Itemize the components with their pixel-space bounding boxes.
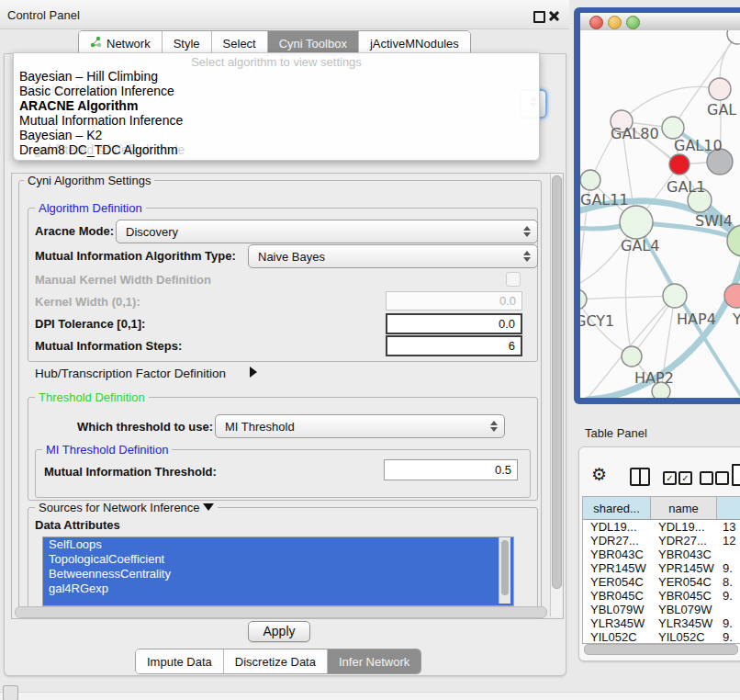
network-node[interactable] xyxy=(669,154,690,175)
table-hscrollbar-thumb[interactable] xyxy=(584,644,738,655)
split-view-icon[interactable] xyxy=(630,468,650,486)
settings-vscrollbar[interactable] xyxy=(550,174,562,616)
table-cell: YIL052C xyxy=(651,630,717,644)
list-scrollbar-thumb[interactable] xyxy=(501,540,509,595)
tab-label: Impute Data xyxy=(147,655,212,669)
aracne-mode-select[interactable]: Discovery xyxy=(116,220,538,243)
mi-threshold-label: Mutual Information Threshold: xyxy=(44,465,217,479)
column-header[interactable]: name xyxy=(651,497,717,519)
network-node[interactable] xyxy=(580,170,600,190)
sources-group-title[interactable]: Sources for Network Inference xyxy=(35,501,218,514)
table-cell: 13 xyxy=(717,520,740,534)
data-attributes-list[interactable]: SelfLoopsTopologicalCoefficientBetweenne… xyxy=(42,536,514,606)
network-node[interactable] xyxy=(663,284,687,308)
algorithm-option-bayesian-k2[interactable]: Bayesian – K2 xyxy=(19,128,183,142)
apply-button[interactable]: Apply xyxy=(248,621,310,642)
table-row[interactable]: YBL079WYBL079W xyxy=(583,603,740,616)
mi-algorithm-type-select[interactable]: Naive Bayes xyxy=(248,244,538,268)
network-graph: GALGAL80GAL10GAL1GAL11SWI4GAL4GCY1HAP4YH… xyxy=(580,30,740,398)
aracne-mode-value: Discovery xyxy=(126,225,522,239)
network-node[interactable] xyxy=(709,78,731,100)
attribute-item-clipped[interactable] xyxy=(43,596,513,606)
table-row[interactable]: YBR045CYBR045C9. xyxy=(583,589,740,603)
unchecked-checkbox-icon[interactable] xyxy=(715,471,729,485)
hub-definition-toggle[interactable]: Hub/Transcription Factor Definition xyxy=(35,367,226,380)
table-row[interactable]: YDR27...YDR27...12 xyxy=(583,534,740,548)
which-threshold-select[interactable]: MI Threshold xyxy=(215,414,505,438)
node-table: shared...name YDL19...YDL19...13YDR27...… xyxy=(582,496,740,644)
unchecked-checkbox-icon[interactable] xyxy=(700,471,713,485)
column-header[interactable]: shared... xyxy=(583,497,651,519)
network-node[interactable] xyxy=(620,206,653,239)
tab-label: jActiveMNodules xyxy=(370,37,459,51)
document-icon[interactable] xyxy=(732,464,740,486)
minimized-panel-icon[interactable] xyxy=(3,685,18,700)
close-icon[interactable] xyxy=(548,10,559,21)
node-label-gal: GAL xyxy=(707,101,736,119)
attribute-item-gal4rgexp[interactable]: gal4RGexp xyxy=(43,581,513,596)
table-cell: 9. xyxy=(717,561,740,575)
network-window-titlebar[interactable] xyxy=(580,13,740,31)
algorithm-option-aracne-algorithm[interactable]: ARACNE Algorithm xyxy=(19,98,183,113)
network-edge[interactable] xyxy=(622,86,720,121)
spinner-icon xyxy=(489,421,499,432)
mi-threshold-input[interactable]: 0.5 xyxy=(384,459,518,480)
screen: Control Panel NetworkStyleSelectCyni Too… xyxy=(0,0,740,700)
kernel-width-value: 0.0 xyxy=(499,294,516,308)
algorithm-option-basic-correlation-inference[interactable]: Basic Correlation Inference xyxy=(19,84,183,98)
minimize-traffic-light[interactable] xyxy=(608,16,622,29)
table-row[interactable]: YBR043CYBR043C xyxy=(583,548,740,561)
close-traffic-light[interactable] xyxy=(589,16,603,29)
table-cell: YDL19... xyxy=(651,520,717,534)
table-row[interactable]: YIL052CYIL052C9. xyxy=(583,630,740,644)
tab-label: Cyni Toolbox xyxy=(279,37,347,51)
attribute-item-selfloops[interactable]: SelfLoops xyxy=(43,537,513,552)
tab-discretize-data[interactable]: Discretize Data xyxy=(224,649,328,673)
table-row[interactable]: YPR145WYPR145W9. xyxy=(583,561,740,575)
algorithm-option-dream8-dc-tdc-algorithm[interactable]: Dream8 DC_TDC Algorithm xyxy=(19,142,183,157)
checked-checkbox-icon[interactable]: ✓ xyxy=(663,471,677,485)
table-row[interactable]: YER054CYER054C8. xyxy=(583,575,740,589)
column-header[interactable] xyxy=(717,497,740,519)
checked-checkbox-icon[interactable]: ✓ xyxy=(678,471,692,485)
table-cell: YDR27... xyxy=(583,534,651,548)
settings-vscrollbar-thumb[interactable] xyxy=(552,175,562,589)
table-row[interactable]: YLR345WYLR345W9. xyxy=(583,616,740,630)
node-label-gal80: GAL80 xyxy=(611,125,659,142)
tab-infer-network[interactable]: Infer Network xyxy=(328,649,420,673)
network-node[interactable] xyxy=(580,289,587,310)
algorithm-dropdown-popup: Select algorithm to view settings Infere… xyxy=(13,52,540,161)
algorithm-option-bayesian-hill-climbing[interactable]: Bayesian – Hill Climbing xyxy=(19,69,183,84)
manual-kernel-width-checkbox[interactable] xyxy=(506,272,521,287)
network-edge[interactable] xyxy=(580,296,675,299)
table-cell: YPR145W xyxy=(651,561,717,575)
bottom-tab-bar: Impute DataDiscretize DataInfer Network xyxy=(135,649,421,674)
tab-impute-data[interactable]: Impute Data xyxy=(136,649,224,673)
network-node[interactable] xyxy=(727,30,740,44)
kernel-width-input[interactable]: 0.0 xyxy=(386,291,522,310)
algorithm-option-mutual-information-inference[interactable]: Mutual Information Inference xyxy=(19,113,183,128)
table-cell: 9. xyxy=(717,616,740,630)
table-row[interactable]: YDL19...YDL19...13 xyxy=(583,520,740,534)
dpi-tolerance-input[interactable]: 0.0 xyxy=(386,313,522,334)
attribute-item-topologicalcoefficient[interactable]: TopologicalCoefficient xyxy=(43,552,513,567)
mi-steps-input[interactable]: 6 xyxy=(386,335,522,356)
mi-threshold-group-title: MI Threshold Definition xyxy=(42,443,172,457)
dpi-tolerance-value: 0.0 xyxy=(499,317,515,331)
zoom-traffic-light[interactable] xyxy=(626,16,640,29)
list-scrollbar[interactable] xyxy=(499,537,510,604)
settings-hscrollbar-thumb[interactable] xyxy=(15,606,547,618)
network-node[interactable] xyxy=(662,117,684,139)
table-header-row: shared...name xyxy=(583,497,740,520)
mi-threshold-value: 0.5 xyxy=(495,463,511,477)
network-canvas[interactable]: GALGAL80GAL10GAL1GAL11SWI4GAL4GCY1HAP4YH… xyxy=(580,30,740,398)
float-window-icon[interactable] xyxy=(533,11,545,23)
table-cell: YBR043C xyxy=(583,548,651,561)
table-panel-title: Table Panel xyxy=(585,426,647,440)
table-body: YDL19...YDL19...13YDR27...YDR27...12YBR0… xyxy=(583,520,740,644)
expand-right-icon[interactable] xyxy=(250,367,257,378)
gear-icon[interactable]: ⚙ xyxy=(591,464,607,484)
table-cell: 8. xyxy=(717,575,740,589)
network-node[interactable] xyxy=(622,346,642,367)
attribute-item-betweennesscentrality[interactable]: BetweennessCentrality xyxy=(43,567,513,581)
